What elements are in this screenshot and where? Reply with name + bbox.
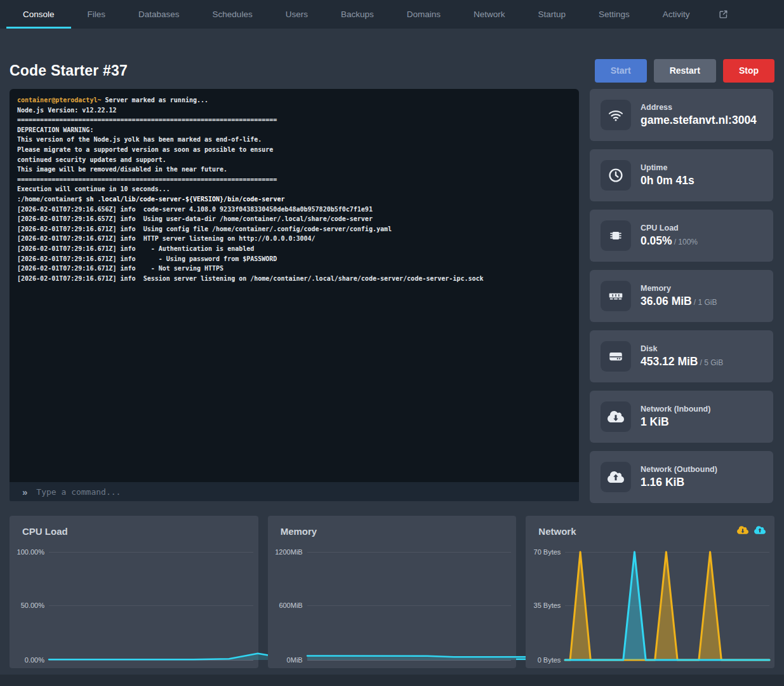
outbound-cloud-up-icon <box>754 525 766 537</box>
tab-domains[interactable]: Domains <box>390 0 457 29</box>
console-line: Please migrate to a supported version as… <box>17 145 571 155</box>
inbound-cloud-down-icon <box>737 525 748 537</box>
console-line: Execution will continue in 10 seconds... <box>17 184 571 194</box>
stat-label: Uptime <box>641 163 694 172</box>
console-line: This version of the Node.js yolk has bee… <box>17 135 571 145</box>
console-panel: container@pterodactyl~ Server marked as … <box>10 89 579 503</box>
console-line: [2026-02-01T07:29:16.671Z] info - Not se… <box>17 264 571 274</box>
console-line: [2026-02-01T07:29:16.656Z] info code-ser… <box>17 205 571 215</box>
chart-title: Memory <box>281 526 317 537</box>
console-line: continued security updates and support. <box>17 155 571 165</box>
stat-value: 1.16 KiB <box>641 476 717 489</box>
tab-schedules[interactable]: Schedules <box>196 0 269 29</box>
stat-value: 36.06 MiB/ 1 GiB <box>641 295 717 308</box>
power-buttons: Start Restart Stop <box>588 59 774 83</box>
stat-value: 0h 0m 41s <box>641 174 694 187</box>
y-axis-label: 600MiB <box>268 602 303 609</box>
chip-icon <box>601 220 631 251</box>
stat-label: Address <box>641 103 757 112</box>
command-input[interactable] <box>35 487 571 497</box>
external-link-icon[interactable] <box>707 0 740 29</box>
chart-title: Network <box>538 526 576 537</box>
stat-card-network-outbound: Network (Outbound)1.16 KiB <box>590 451 773 503</box>
start-button[interactable]: Start <box>595 59 647 83</box>
console-line: [2026-02-01T07:29:16.657Z] info Using us… <box>17 214 571 224</box>
y-axis-label: 0.00% <box>10 656 44 664</box>
stat-card-address: Addressgame.stefanvt.nl:3004 <box>590 89 773 141</box>
tab-network[interactable]: Network <box>457 0 522 29</box>
stat-label: CPU Load <box>641 224 698 232</box>
console-line: [2026-02-01T07:29:16.671Z] info Using co… <box>17 224 571 234</box>
server-stats-column: Addressgame.stefanvt.nl:3004Uptime0h 0m … <box>590 89 773 503</box>
stat-value: game.stefanvt.nl:3004 <box>641 114 757 127</box>
nav-tabs: ConsoleFilesDatabasesSchedulesUsersBacku… <box>6 0 707 29</box>
chart-legend <box>737 525 766 537</box>
stat-limit: / 100% <box>674 238 698 246</box>
charts-row: CPU Load100.00%50.00%0.00%Memory1200MiB6… <box>10 516 774 668</box>
tab-users[interactable]: Users <box>269 0 324 29</box>
stat-limit: / 5 GiB <box>700 358 723 367</box>
memory-plot <box>307 552 512 660</box>
chart-card-cpu-load: CPU Load100.00%50.00%0.00% <box>10 516 258 668</box>
stat-label: Network (Outbound) <box>641 465 717 474</box>
page-title: Code Starter #37 <box>10 62 128 79</box>
tab-settings[interactable]: Settings <box>582 0 646 29</box>
cloud-down-icon <box>601 401 631 432</box>
chart-title: CPU Load <box>22 526 68 537</box>
stat-card-network-inbound: Network (Inbound)1 KiB <box>590 391 773 443</box>
clock-icon <box>601 160 631 191</box>
cloud-up-icon <box>601 462 631 492</box>
y-axis-label: 70 Bytes <box>526 548 561 556</box>
tab-activity[interactable]: Activity <box>646 0 707 29</box>
ram-icon <box>601 281 631 311</box>
stat-value: 1 KiB <box>641 415 710 429</box>
console-output[interactable]: container@pterodactyl~ Server marked as … <box>10 89 579 482</box>
server-header: Code Starter #37 Start Restart Stop <box>10 58 774 83</box>
y-axis-label: 35 Bytes <box>526 602 561 609</box>
tab-backups[interactable]: Backups <box>324 0 390 29</box>
restart-button[interactable]: Restart <box>654 59 716 83</box>
top-navbar: ConsoleFilesDatabasesSchedulesUsersBacku… <box>0 0 784 29</box>
y-axis-label: 0MiB <box>268 656 303 664</box>
stop-button[interactable]: Stop <box>723 59 774 83</box>
cpu-load-plot <box>49 552 253 660</box>
network-plot <box>565 552 769 660</box>
stat-label: Memory <box>641 284 717 293</box>
console-line: :/home/container$ sh .local/lib/code-ser… <box>17 194 571 205</box>
drive-icon <box>601 341 631 372</box>
tab-startup[interactable]: Startup <box>521 0 582 29</box>
stat-card-memory: Memory36.06 MiB/ 1 GiB <box>590 270 773 322</box>
gridline <box>307 660 512 661</box>
console-line: ========================================… <box>17 175 571 185</box>
console-line: ========================================… <box>17 115 571 125</box>
console-line: [2026-02-01T07:29:16.671Z] info HTTP ser… <box>17 234 571 244</box>
stat-label: Disk <box>641 344 723 353</box>
double-chevron-right-icon: » <box>22 487 27 497</box>
y-axis-label: 100.00% <box>10 548 44 556</box>
console-line: This image will be removed/disabled in t… <box>17 165 571 175</box>
stat-card-cpu-load: CPU Load0.05%/ 100% <box>590 210 773 262</box>
wifi-icon <box>601 100 631 130</box>
console-line: [2026-02-01T07:29:16.671Z] info - Using … <box>17 254 571 264</box>
stat-label: Network (Inbound) <box>641 405 710 414</box>
command-input-bar: » <box>10 482 579 501</box>
stat-value: 453.12 MiB/ 5 GiB <box>641 355 723 368</box>
chart-card-memory: Memory1200MiB600MiB0MiB <box>268 516 517 668</box>
tab-databases[interactable]: Databases <box>122 0 196 29</box>
console-line: [2026-02-01T07:29:16.671Z] info Session … <box>17 274 571 284</box>
y-axis-label: 0 Bytes <box>526 656 561 664</box>
tab-files[interactable]: Files <box>71 0 123 29</box>
console-line: Node.js Version: v12.22.12 <box>17 105 571 116</box>
footer-strip <box>0 675 784 686</box>
tab-console[interactable]: Console <box>6 0 71 29</box>
console-line: DEPRECATION WARNING: <box>17 125 571 135</box>
y-axis-label: 1200MiB <box>268 548 303 556</box>
stat-card-disk: Disk453.12 MiB/ 5 GiB <box>590 330 773 382</box>
stat-card-uptime: Uptime0h 0m 41s <box>590 149 773 201</box>
chart-card-network: Network70 Bytes35 Bytes0 Bytes <box>526 516 774 668</box>
console-line: container@pterodactyl~ Server marked as … <box>17 95 571 105</box>
stat-value: 0.05%/ 100% <box>641 234 698 248</box>
stat-limit: / 1 GiB <box>694 298 717 307</box>
console-line: [2026-02-01T07:29:16.671Z] info - Authen… <box>17 244 571 254</box>
y-axis-label: 50.00% <box>10 602 44 609</box>
